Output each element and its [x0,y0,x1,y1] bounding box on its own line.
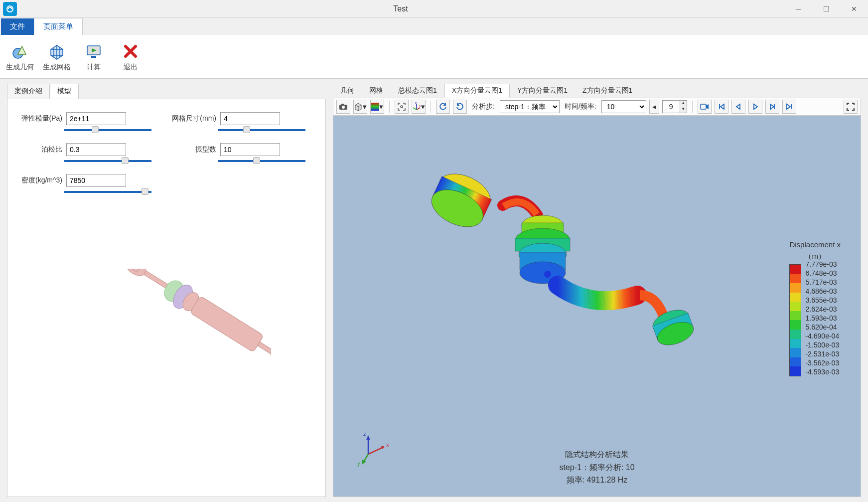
maximize-button[interactable]: ☐ [812,0,840,18]
skip-end-icon[interactable] [782,100,796,114]
toolbar: 生成几何 生成网格 计算 退出 [0,35,868,79]
viewport[interactable]: x z y Displacement x （m） 7.779e-036.748e… [333,116,861,497]
poisson-slider[interactable] [64,160,151,162]
model-preview [17,203,315,484]
legend-value: -1.500e-03 [805,340,839,349]
gen-geometry-button[interactable]: 生成几何 [5,42,35,72]
legend-value: -2.531e-03 [805,349,839,358]
tab-intro[interactable]: 案例介绍 [7,84,50,99]
skip-start-icon[interactable] [715,100,728,114]
time-select[interactable]: 10 [601,100,646,113]
params-grid: 弹性模量(Pa) 网格尺寸(mm) 泊松比 [17,112,315,193]
mesh-icon [47,42,66,61]
mesh-size-slider[interactable] [218,129,305,131]
slider-min-icon[interactable]: ◂ [649,100,659,114]
right-pane: 几何 网格 总模态云图1 X方向分量云图1 Y方向分量云图1 Z方向分量云图1 … [333,84,861,497]
gen-mesh-button[interactable]: 生成网格 [42,42,72,72]
svg-rect-19 [371,103,379,111]
legend-value: 5.620e-04 [805,323,839,332]
poisson-label: 泊松比 [17,145,62,154]
legend-title-1: Displacement x [789,240,841,249]
legend-value: 7.779e-03 [805,260,839,269]
param-density: 密度(kg/m^3) [17,174,161,193]
mesh-size-input[interactable] [220,112,280,125]
tab-total[interactable]: 总模态云图1 [391,84,444,98]
tab-model[interactable]: 模型 [50,84,79,99]
frame-spinner[interactable]: ▲▼ [662,100,687,113]
svg-text:x: x [386,442,389,448]
tab-z[interactable]: Z方向分量云图1 [575,84,640,98]
compute-icon [84,42,103,61]
result-line-2: step-1：频率分析: 10 [559,461,634,474]
step-forward-icon[interactable] [765,100,779,114]
poisson-input[interactable] [66,143,126,156]
axis-orientation-icon[interactable]: zx ▾ [412,100,426,114]
record-icon[interactable] [698,100,712,114]
legend-colorbar [789,264,801,376]
modes-label: 振型数 [171,145,216,154]
play-icon[interactable] [748,100,762,114]
rotate-cw-icon[interactable] [453,100,467,114]
compute-button[interactable]: 计算 [79,42,109,72]
legend-value: -4.690e-04 [805,332,839,340]
svg-text:z: z [415,102,417,104]
elastic-modulus-input[interactable] [66,112,126,125]
tab-geometry[interactable]: 几何 [333,84,362,98]
viz-toolbar: ▾ ▾ zx ▾ 分析步: step-1：频率 时间/频率: 10 ◂ ▲▼ [333,98,861,116]
exit-button[interactable]: 退出 [116,42,145,72]
tab-file[interactable]: 文件 [1,18,34,35]
step-label: 分析步: [470,102,497,111]
svg-point-20 [401,106,403,108]
window-title: Test [17,4,784,13]
elastic-modulus-slider[interactable] [64,129,151,131]
app-icon [3,2,17,16]
cube-view-icon[interactable]: ▾ [353,100,367,114]
fit-view-icon[interactable] [395,100,409,114]
legend-value: 3.655e-03 [805,296,839,305]
minimize-button[interactable]: ─ [784,0,812,18]
colormap-icon[interactable]: ▾ [370,100,384,114]
svg-rect-5 [91,56,96,58]
legend-value: -3.562e-03 [805,358,839,367]
titlebar: Test ─ ☐ ✕ [0,0,868,18]
svg-point-34 [544,271,551,278]
left-content: 弹性模量(Pa) 网格尺寸(mm) 泊松比 [7,99,326,497]
density-input[interactable] [66,174,126,187]
time-label: 时间/频率: [563,102,598,111]
frame-value[interactable] [663,103,680,111]
result-line-3: 频率: 4911.28 Hz [559,474,634,487]
tab-y[interactable]: Y方向分量云图1 [510,84,575,98]
tab-mesh[interactable]: 网格 [362,84,391,98]
tab-page-menu[interactable]: 页面菜单 [34,18,83,35]
svg-rect-13 [258,341,271,356]
spin-up[interactable]: ▲ [680,101,687,107]
ribbon-tabs: 文件 页面菜单 [0,18,868,35]
step-select[interactable]: step-1：频率 [500,100,560,113]
density-label: 密度(kg/m^3) [17,176,62,185]
close-button[interactable]: ✕ [840,0,868,18]
exit-label: 退出 [124,63,138,72]
step-back-icon[interactable] [731,100,745,114]
gen-geometry-label: 生成几何 [6,63,34,72]
result-line-1: 隐式结构分析结果 [559,448,634,461]
mesh-size-label: 网格尺寸(mm) [171,114,216,123]
modes-input[interactable] [220,143,280,156]
color-legend: Displacement x （m） 7.779e-036.748e-035.7… [789,240,841,376]
spin-down[interactable]: ▼ [680,107,687,113]
gen-mesh-label: 生成网格 [43,63,71,72]
density-slider[interactable] [64,191,151,193]
modes-slider[interactable] [218,160,305,162]
camera-icon[interactable] [336,100,350,114]
legend-labels: 7.779e-036.748e-035.717e-034.686e-033.65… [801,260,839,376]
left-pane: 案例介绍 模型 弹性模量(Pa) 网格尺寸(mm) [7,84,326,497]
svg-rect-18 [341,104,344,105]
param-elastic-modulus: 弹性模量(Pa) [17,112,161,131]
tab-x[interactable]: X方向分量云图1 [444,84,510,98]
fullscreen-icon[interactable] [844,100,858,114]
legend-value: 2.624e-03 [805,305,839,314]
rotate-ccw-icon[interactable] [436,100,450,114]
elastic-modulus-label: 弹性模量(Pa) [17,114,62,123]
param-modes: 振型数 [171,143,315,162]
svg-text:y: y [357,461,360,467]
legend-value: -4.593e-03 [805,367,839,376]
